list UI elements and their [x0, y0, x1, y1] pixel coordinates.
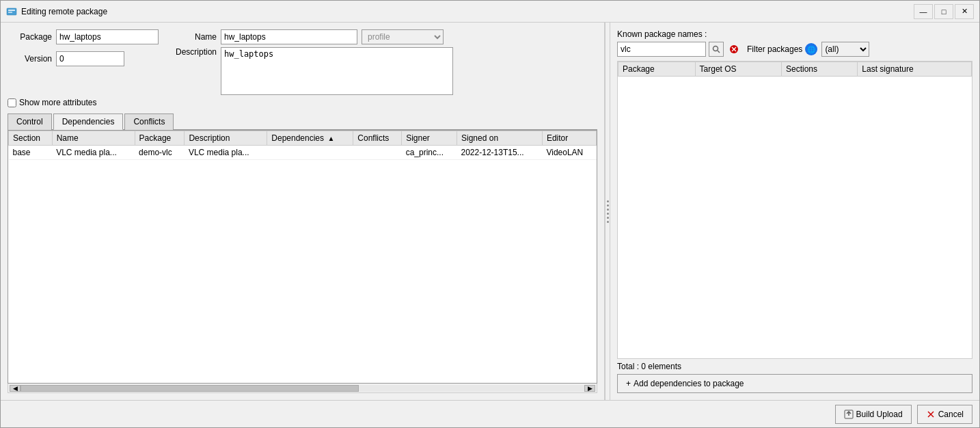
- window-icon: [6, 6, 17, 17]
- bottom-bar: Build Upload Cancel: [1, 400, 979, 427]
- tab-control[interactable]: Control: [8, 113, 52, 130]
- col-signer[interactable]: Signer: [402, 131, 457, 146]
- cell-dependencies: [267, 146, 353, 160]
- scroll-track[interactable]: [21, 385, 584, 392]
- col-section[interactable]: Section: [9, 131, 53, 146]
- table-header-row: Section Name Package Description Depende…: [9, 131, 597, 146]
- add-dependencies-button[interactable]: + Add dependencies to package: [617, 374, 972, 393]
- table-body: base VLC media pla... demo-vlc VLC media…: [9, 146, 597, 160]
- known-packages-title: Known package names :: [617, 29, 972, 39]
- tab-conflicts[interactable]: Conflicts: [124, 113, 174, 130]
- build-upload-label: Build Upload: [856, 410, 903, 419]
- show-more-row: Show more attributes: [8, 98, 597, 107]
- version-row: Version: [8, 51, 159, 66]
- horizontal-scrollbar[interactable]: ◀ ▶: [8, 384, 597, 393]
- cell-name: VLC media pla...: [52, 146, 135, 160]
- right-panel: Known package names : Filter p: [610, 23, 979, 400]
- left-fields: Package Version: [8, 29, 159, 95]
- sort-arrow-icon: ▲: [327, 135, 334, 142]
- resizer-dot: [607, 200, 609, 202]
- right-table-header-row: Package Target OS Sections Last signatur…: [618, 62, 972, 77]
- description-row: Description hw_laptops: [172, 47, 597, 95]
- form-area: Package Version Name profile: [8, 29, 597, 95]
- main-panel: Package Version Name profile: [1, 23, 605, 400]
- dependencies-table-container[interactable]: Section Name Package Description Depende…: [8, 130, 597, 384]
- scroll-right-btn[interactable]: ▶: [584, 385, 595, 392]
- cell-signed-on: 2022-12-13T15...: [457, 146, 543, 160]
- tab-dependencies[interactable]: Dependencies: [53, 113, 124, 130]
- filter-packages-label: Filter packages: [747, 44, 802, 54]
- col-sections[interactable]: Sections: [781, 62, 857, 77]
- search-row: Filter packages 🌐 (all): [617, 42, 972, 57]
- show-more-checkbox[interactable]: [8, 98, 16, 107]
- description-input[interactable]: hw_laptops: [221, 47, 453, 95]
- filter-globe-icon: 🌐: [805, 43, 817, 55]
- col-target-os[interactable]: Target OS: [695, 62, 781, 77]
- col-dependencies[interactable]: Dependencies ▲: [267, 131, 353, 146]
- cell-description: VLC media pla...: [185, 146, 267, 160]
- table-row[interactable]: base VLC media pla... demo-vlc VLC media…: [9, 146, 597, 160]
- resizer-dot: [607, 217, 609, 219]
- description-label: Description: [172, 47, 217, 57]
- col-description[interactable]: Description: [185, 131, 267, 146]
- filter-dropdown[interactable]: (all): [821, 42, 869, 57]
- name-row: Name profile: [172, 29, 597, 44]
- add-btn-label: Add dependencies to package: [634, 379, 744, 388]
- known-packages-table-container[interactable]: Package Target OS Sections Last signatur…: [617, 61, 972, 359]
- close-button[interactable]: ✕: [955, 4, 974, 19]
- search-icon: [712, 45, 720, 53]
- add-icon: +: [626, 379, 631, 388]
- svg-rect-1: [8, 10, 15, 11]
- clear-search-button[interactable]: [726, 42, 741, 57]
- col-last-sig[interactable]: Last signature: [858, 62, 972, 77]
- svg-point-3: [713, 46, 718, 51]
- show-more-label: Show more attributes: [19, 98, 96, 107]
- col-editor[interactable]: Editor: [542, 131, 596, 146]
- maximize-button[interactable]: □: [934, 4, 953, 19]
- cell-signer: ca_princ...: [402, 146, 457, 160]
- minimize-button[interactable]: —: [914, 4, 933, 19]
- known-packages-table: Package Target OS Sections Last signatur…: [618, 62, 972, 77]
- main-window: Editing remote package — □ ✕ Package Ver…: [0, 0, 980, 428]
- name-label: Name: [172, 32, 217, 42]
- resizer-dot: [607, 204, 609, 206]
- package-label: Package: [8, 32, 52, 42]
- cell-section: base: [9, 146, 53, 160]
- search-button[interactable]: [709, 42, 724, 57]
- cell-package: demo-vlc: [135, 146, 185, 160]
- version-input[interactable]: [56, 51, 124, 66]
- col-pkg[interactable]: Package: [618, 62, 696, 77]
- package-search-input[interactable]: [617, 42, 706, 57]
- col-package[interactable]: Package: [135, 131, 185, 146]
- clear-icon: [729, 44, 739, 54]
- cell-conflicts: [353, 146, 402, 160]
- name-input[interactable]: [221, 29, 357, 44]
- tabs-row: Control Dependencies Conflicts: [8, 113, 597, 130]
- vertical-resizer[interactable]: [605, 23, 610, 400]
- resizer-dot: [607, 213, 609, 215]
- svg-rect-2: [8, 12, 12, 13]
- resizer-dot: [607, 221, 609, 223]
- window-controls: — □ ✕: [914, 4, 974, 19]
- cancel-label: Cancel: [938, 410, 964, 419]
- total-count: Total : 0 elements: [617, 359, 972, 374]
- col-name[interactable]: Name: [52, 131, 135, 146]
- package-input[interactable]: [56, 29, 159, 44]
- cell-editor: VideoLAN: [542, 146, 596, 160]
- package-row: Package: [8, 29, 159, 44]
- profile-dropdown[interactable]: profile: [362, 29, 444, 44]
- title-bar: Editing remote package — □ ✕: [1, 1, 979, 23]
- scroll-thumb[interactable]: [21, 385, 359, 392]
- version-label: Version: [8, 54, 52, 64]
- col-conflicts[interactable]: Conflicts: [353, 131, 402, 146]
- cancel-button[interactable]: Cancel: [917, 405, 972, 424]
- content-area: Package Version Name profile: [1, 23, 979, 400]
- build-upload-button[interactable]: Build Upload: [835, 405, 912, 424]
- svg-line-4: [718, 51, 720, 53]
- window-title: Editing remote package: [21, 7, 914, 16]
- resizer-dot: [607, 209, 609, 211]
- dependencies-table: Section Name Package Description Depende…: [8, 131, 597, 160]
- scroll-left-btn[interactable]: ◀: [10, 385, 21, 392]
- col-signed-on[interactable]: Signed on: [457, 131, 543, 146]
- build-upload-icon: [844, 410, 854, 419]
